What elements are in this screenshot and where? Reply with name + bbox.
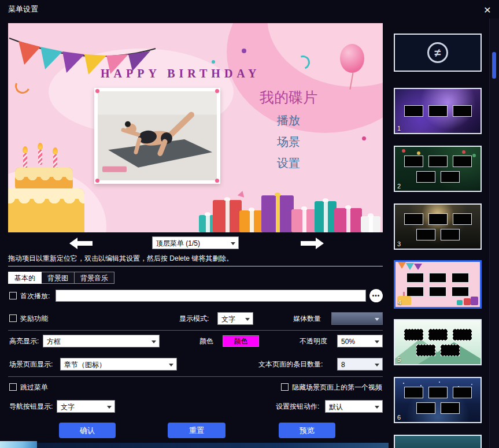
- template-thumbnail-no-menu[interactable]: ≠: [394, 34, 482, 72]
- candle: [23, 153, 27, 168]
- display-mode-select[interactable]: 文字: [217, 312, 253, 325]
- settings-action-select[interactable]: 默认: [325, 400, 383, 413]
- preview-button[interactable]: 预览: [279, 423, 335, 438]
- gift-decoration: [457, 300, 463, 305]
- gift-box: [315, 201, 337, 232]
- no-menu-icon: ≠: [427, 42, 448, 63]
- template-thumbnail-mountain[interactable]: 5: [394, 319, 482, 365]
- desktop-wallpaper-sliver: [0, 441, 37, 448]
- template-number: 2: [397, 183, 401, 190]
- color-label: 颜色: [199, 335, 213, 347]
- bonus-feature-checkbox[interactable]: [9, 314, 17, 322]
- gift-boxes-illustration: [199, 177, 383, 232]
- template-thumbnail-partial[interactable]: [394, 435, 482, 448]
- video-still-image: [98, 91, 217, 180]
- chevron-down-icon: [375, 406, 379, 411]
- menu-item-play[interactable]: 播放: [251, 113, 326, 128]
- menu-slots: [395, 378, 480, 422]
- menu-page-select[interactable]: 顶层菜单 (1/5): [152, 236, 239, 249]
- divider: [8, 330, 383, 331]
- skip-menu-checkbox[interactable]: [9, 383, 17, 391]
- menu-item-settings[interactable]: 设置: [251, 155, 326, 171]
- scene-display-value: 章节（图标）: [64, 359, 106, 371]
- dialog-title: 菜单设置: [8, 4, 38, 14]
- gift-decoration: [464, 298, 471, 305]
- template-thumbnail-sunrise[interactable]: 3: [394, 203, 482, 250]
- highlight-label: 高亮显示:: [9, 335, 39, 347]
- template-thumbnail-night[interactable]: 6: [394, 377, 482, 423]
- nav-button-display-value: 文字: [61, 401, 75, 413]
- template-thumbnail-birthday-selected[interactable]: 4: [394, 260, 482, 309]
- arrow-right-icon: [301, 237, 324, 250]
- gift-box: [261, 195, 294, 232]
- happy-birthday-text: HAPPY BIRTHDAY: [101, 67, 260, 80]
- text-entries-label: 文本页面的条目数量:: [258, 358, 323, 371]
- flame: [23, 146, 28, 153]
- cake-tier: [15, 168, 73, 191]
- chevron-down-icon: [375, 340, 379, 346]
- display-mode-label: 显示模式:: [179, 312, 209, 325]
- chevron-down-icon: [375, 318, 379, 323]
- template-thumbnail-galaxy[interactable]: 1: [394, 88, 482, 134]
- highlight-color-button[interactable]: 颜色: [223, 335, 259, 347]
- chevron-down-icon: [151, 340, 156, 346]
- gift-box: [334, 208, 362, 232]
- exercise-pose-illustration: [98, 91, 217, 180]
- menu-slots: [395, 89, 480, 133]
- opacity-select[interactable]: 50%: [337, 335, 383, 347]
- menu-slots: [395, 147, 480, 191]
- tab-background-image[interactable]: 背景图: [42, 272, 75, 284]
- gift-box: [213, 200, 242, 232]
- skip-menu-label: 跳过菜单: [20, 381, 48, 394]
- template-number: 6: [397, 414, 401, 421]
- menu-settings-dialog: 菜单设置 × HAPPY BIRTHDAY: [0, 0, 499, 448]
- template-list-scrollbar-thumb[interactable]: [492, 52, 496, 79]
- first-play-label: 首次播放:: [20, 290, 50, 302]
- pin-decoration: [95, 179, 99, 183]
- previous-menu-page-button[interactable]: [69, 237, 93, 250]
- menu-item-scenes[interactable]: 场景: [251, 134, 326, 150]
- tab-background-music[interactable]: 背景音乐: [75, 272, 114, 284]
- chevron-down-icon: [231, 242, 235, 247]
- scene-display-select[interactable]: 章节（图标）: [60, 358, 177, 371]
- text-entries-value: 8: [341, 359, 345, 371]
- menu-slots: [395, 320, 480, 364]
- highlight-style-select[interactable]: 方框: [43, 335, 160, 347]
- media-count-select: [331, 312, 383, 325]
- divider: [8, 266, 383, 266]
- close-icon[interactable]: ×: [484, 3, 491, 16]
- browse-ellipsis-button[interactable]: •••: [369, 289, 383, 302]
- reset-button[interactable]: 重置: [168, 423, 226, 438]
- title-bar: 菜单设置 ×: [0, 0, 499, 18]
- balloon-decoration: [340, 44, 364, 73]
- first-play-input[interactable]: [56, 290, 366, 302]
- video-thumbnail[interactable]: [94, 88, 220, 184]
- tab-basic[interactable]: 基本的: [8, 272, 42, 284]
- template-thumbnail-christmas[interactable]: 2: [394, 146, 482, 192]
- flame: [38, 143, 43, 150]
- menu-page-select-value: 顶层菜单 (1/5): [156, 238, 200, 249]
- menu-item-disc-title[interactable]: 我的碟片: [251, 88, 326, 107]
- template-number: 3: [397, 240, 401, 247]
- menu-preview-canvas: HAPPY BIRTHDAY: [8, 23, 383, 232]
- media-count-label: 媒体数量: [293, 312, 321, 325]
- nav-button-display-label: 导航按钮显示:: [9, 400, 53, 413]
- template-list-scrollbar-track[interactable]: [489, 18, 499, 448]
- next-menu-page-button[interactable]: [301, 237, 324, 250]
- template-number: 5: [397, 356, 401, 363]
- divider: [8, 376, 383, 377]
- first-play-checkbox[interactable]: [9, 292, 17, 299]
- gift-box: [239, 210, 264, 232]
- gift-decoration: [471, 297, 478, 305]
- highlight-style-value: 方框: [47, 336, 61, 347]
- nav-button-display-select[interactable]: 文字: [57, 400, 115, 413]
- confirm-button[interactable]: 确认: [59, 423, 116, 438]
- birthday-cake-illustration: [8, 151, 84, 232]
- chevron-down-icon: [375, 364, 379, 369]
- hide-first-video-checkbox[interactable]: [281, 383, 289, 391]
- settings-action-value: 默认: [329, 401, 343, 413]
- template-number: 4: [398, 299, 401, 306]
- text-entries-select[interactable]: 8: [337, 358, 383, 371]
- menu-text-column: 我的碟片 播放 场景 设置: [251, 88, 326, 171]
- chevron-down-icon: [169, 364, 173, 369]
